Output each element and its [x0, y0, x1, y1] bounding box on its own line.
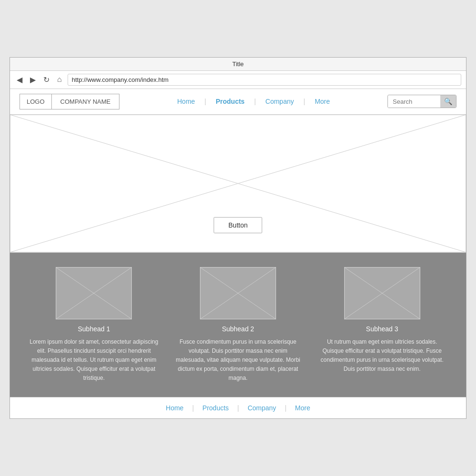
search-button[interactable]: 🔍 — [440, 95, 456, 108]
card-text-1: Lorem ipsum dolor sit amet, consectetur … — [29, 337, 159, 383]
hero-area: Button — [10, 115, 466, 253]
company-name: COMPANY NAME — [52, 94, 120, 109]
logo-box: LOGO — [20, 94, 52, 109]
page-title: Title — [232, 60, 244, 68]
logo-area: LOGO COMPANY NAME — [20, 94, 119, 109]
card-image-1 — [56, 267, 132, 319]
back-button[interactable]: ◀ — [15, 74, 24, 85]
card-subhead-1: Subhead 1 — [78, 325, 110, 333]
search-input[interactable] — [388, 96, 440, 108]
nav-link-home[interactable]: Home — [168, 98, 204, 105]
content-card-1: Subhead 1 Lorem ipsum dolor sit amet, co… — [29, 267, 159, 383]
nav-link-company[interactable]: Company — [256, 98, 304, 105]
card-text-3: Ut rutrum quam eget enim ultricies sodal… — [317, 337, 447, 374]
footer-nav-link-home[interactable]: Home — [157, 404, 192, 412]
site-header: LOGO COMPANY NAME Home | Products | Comp… — [10, 89, 466, 115]
content-card-2: Subhead 2 Fusce condimentum purus in urn… — [173, 267, 303, 383]
footer-nav: Home | Products | Company | More — [10, 397, 466, 418]
card-subhead-3: Subhead 3 — [366, 325, 398, 333]
content-section: Subhead 1 Lorem ipsum dolor sit amet, co… — [10, 253, 466, 397]
nav-link-more[interactable]: More — [305, 98, 339, 105]
nav-link-products[interactable]: Products — [206, 98, 254, 105]
browser-window: Title ◀ ▶ ↻ ⌂ LOGO COMPANY NAME Home | P… — [10, 57, 466, 419]
card-image-2 — [200, 267, 276, 319]
title-bar: Title — [10, 58, 466, 71]
hero-button[interactable]: Button — [214, 217, 262, 233]
address-bar[interactable] — [68, 74, 461, 86]
home-button[interactable]: ⌂ — [55, 74, 64, 85]
search-area: 🔍 — [387, 95, 456, 108]
footer-nav-link-more[interactable]: More — [287, 404, 319, 412]
forward-button[interactable]: ▶ — [28, 74, 38, 85]
footer-nav-link-products[interactable]: Products — [194, 404, 237, 412]
card-text-2: Fusce condimentum purus in urna sceleris… — [173, 337, 303, 383]
nav-links: Home | Products | Company | More — [129, 98, 378, 105]
card-image-3 — [344, 267, 420, 319]
card-subhead-2: Subhead 2 — [222, 325, 254, 333]
refresh-button[interactable]: ↻ — [41, 74, 51, 85]
content-grid: Subhead 1 Lorem ipsum dolor sit amet, co… — [29, 267, 447, 383]
content-card-3: Subhead 3 Ut rutrum quam eget enim ultri… — [317, 267, 447, 383]
nav-bar: ◀ ▶ ↻ ⌂ — [10, 71, 466, 89]
footer-nav-link-company[interactable]: Company — [239, 404, 285, 412]
